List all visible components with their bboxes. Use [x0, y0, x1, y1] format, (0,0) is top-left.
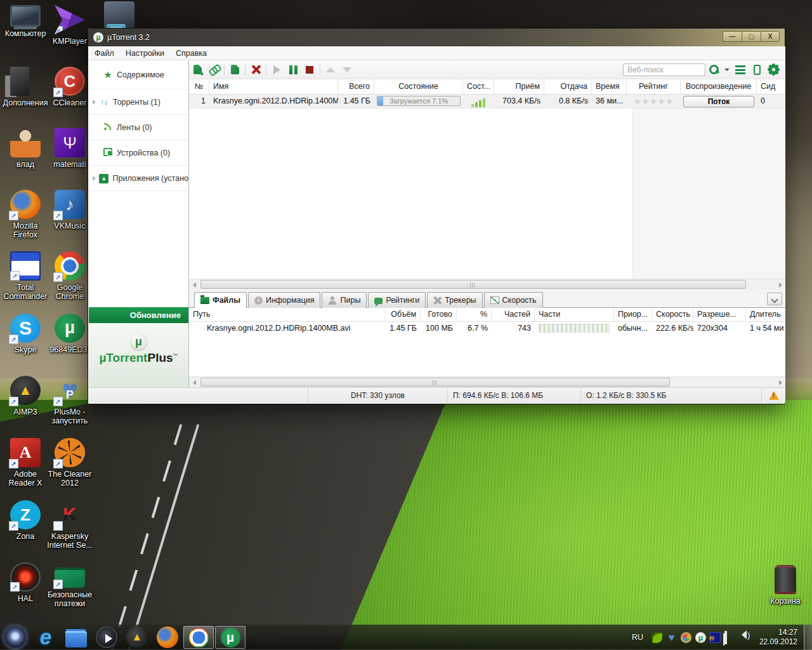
- menu-settings[interactable]: Настройки: [120, 49, 170, 58]
- fcol-size[interactable]: Объём: [386, 308, 421, 321]
- scroll-thumb[interactable]: [200, 280, 746, 289]
- move-up-button[interactable]: [322, 63, 339, 77]
- scroll-right-icon[interactable]: [775, 377, 785, 387]
- palette-tray-icon[interactable]: [681, 632, 691, 643]
- col-status2[interactable]: Сост...: [463, 79, 494, 94]
- move-down-button[interactable]: [339, 63, 355, 77]
- desktop-icon-kaspersky[interactable]: K Kaspersky Internet Se...: [46, 500, 94, 550]
- close-button[interactable]: X: [761, 31, 780, 42]
- desktop-icon-addons[interactable]: Дополнения: [1, 67, 49, 107]
- network-tray-icon[interactable]: [724, 632, 735, 643]
- tab-peers[interactable]: Пиры: [322, 292, 367, 308]
- fcol-pct[interactable]: %: [457, 308, 492, 321]
- desktop-icon-plusmo[interactable]: ♥P PlusMo - запустить: [46, 376, 94, 425]
- scroll-right-icon[interactable]: [775, 279, 785, 289]
- minimize-button[interactable]: —: [723, 31, 742, 42]
- plusmo-tray-icon[interactable]: ♥: [666, 632, 677, 643]
- desktop-icon-computer[interactable]: Компьютер: [1, 5, 49, 38]
- menu-file[interactable]: Файл: [89, 49, 120, 58]
- wireless-tray-icon[interactable]: [710, 632, 721, 643]
- sidebar-item-devices[interactable]: Устройства (0): [89, 140, 188, 166]
- scroll-thumb[interactable]: [200, 378, 670, 387]
- status-warning[interactable]: [762, 388, 785, 403]
- utorrent-plus-banner[interactable]: µ µTorrentPlus™: [89, 323, 188, 387]
- torrent-list-hscrollbar[interactable]: [189, 279, 785, 289]
- tab-ratings[interactable]: Рейтинги: [368, 292, 426, 308]
- col-seeds[interactable]: Сид: [757, 79, 785, 94]
- fcol-done[interactable]: Готово: [421, 308, 457, 321]
- fcol-pieces[interactable]: Части: [535, 308, 614, 321]
- search-dropdown-icon[interactable]: [724, 69, 730, 71]
- view-list-button[interactable]: [732, 63, 749, 77]
- desktop-icon-hal[interactable]: HAL: [1, 562, 49, 603]
- collapse-detail-button[interactable]: [767, 293, 782, 305]
- tab-info[interactable]: iИнформация: [248, 292, 321, 308]
- fcol-duration[interactable]: Длитель: [746, 308, 785, 321]
- fcol-speed[interactable]: Скорость: [652, 308, 693, 321]
- col-playback[interactable]: Воспроизведение: [681, 79, 757, 94]
- taskbar-explorer-icon[interactable]: [65, 631, 87, 647]
- desktop-icon-firefox[interactable]: Mozilla Firefox: [1, 190, 49, 239]
- sidebar-item-apps[interactable]: ▲ Приложения (устано: [89, 166, 188, 191]
- fcol-resolution[interactable]: Разреше...: [693, 308, 746, 321]
- sidebar-item-content[interactable]: ★ Содержимое: [89, 60, 188, 90]
- web-search-input[interactable]: [623, 63, 705, 76]
- settings-gear-button[interactable]: [765, 63, 782, 77]
- taskbar-media-player-icon[interactable]: [96, 627, 117, 648]
- scroll-left-icon[interactable]: [189, 377, 200, 387]
- fcol-pieces-count[interactable]: Частей: [492, 308, 535, 321]
- remove-button[interactable]: [247, 63, 264, 77]
- update-banner[interactable]: Обновление: [89, 307, 188, 323]
- desktop-icon-the-cleaner[interactable]: The Cleaner 2012: [46, 438, 94, 488]
- clock[interactable]: 14:27 22.09.2012: [759, 628, 797, 647]
- stop-button[interactable]: [301, 63, 318, 77]
- fcol-priority[interactable]: Приор...: [614, 308, 652, 321]
- tab-files[interactable]: Файлы: [194, 292, 247, 308]
- pause-button[interactable]: [285, 63, 301, 77]
- expander-icon[interactable]: [93, 100, 96, 105]
- file-row[interactable]: Krasnye.ogni.2012.D.HDRip.1400MB.avi 1.4…: [189, 322, 785, 336]
- search-icon[interactable]: [705, 63, 722, 77]
- tab-speed[interactable]: Скорость: [484, 292, 543, 308]
- nvidia-tray-icon[interactable]: [652, 632, 662, 643]
- desktop-icon-user-vlad[interactable]: влад: [1, 128, 49, 169]
- taskbar-firefox-icon[interactable]: [157, 627, 178, 648]
- desktop-icon-aimp3[interactable]: ▲ AIMP3: [1, 376, 49, 416]
- utorrent-tray-icon[interactable]: µ: [695, 632, 706, 643]
- desktop-icon-safepay[interactable]: Безопасные платежи: [46, 562, 94, 608]
- sidebar-item-torrents[interactable]: ↑↓ Торренты (1): [89, 90, 188, 115]
- taskbar-ie-icon[interactable]: e: [35, 627, 56, 648]
- start-button[interactable]: [268, 63, 285, 77]
- taskbar-aimp-icon[interactable]: ▲: [126, 627, 148, 648]
- desktop-icon-pro-player[interactable]: [95, 1, 143, 30]
- taskbar-chrome-button[interactable]: [183, 626, 214, 649]
- desktop-icon-adobe-reader[interactable]: A Adobe Reader X: [1, 438, 49, 488]
- maximize-button[interactable]: ▢: [742, 31, 761, 42]
- volume-tray-icon[interactable]: [739, 632, 750, 643]
- fcol-path[interactable]: Путь: [189, 308, 386, 321]
- remote-device-button[interactable]: [749, 63, 765, 77]
- taskbar-utorrent-button[interactable]: µ: [215, 626, 246, 649]
- files-hscrollbar[interactable]: [189, 376, 785, 387]
- add-torrent-button[interactable]: [189, 63, 206, 77]
- start-button[interactable]: [3, 625, 27, 649]
- col-down[interactable]: Приём: [494, 79, 544, 94]
- language-indicator[interactable]: RU: [632, 633, 643, 642]
- rating-stars-icon[interactable]: ★★★★★: [634, 96, 674, 106]
- desktop-icon-torrent-file[interactable]: µ 96849ED3-: [46, 314, 94, 354]
- col-status[interactable]: Состояние: [374, 79, 463, 94]
- desktop-icon-skype[interactable]: S Skype: [1, 314, 49, 354]
- col-eta[interactable]: Время: [592, 79, 627, 94]
- add-link-button[interactable]: [206, 63, 222, 77]
- desktop-icon-totalcmd[interactable]: Total Commander: [1, 251, 49, 301]
- scroll-left-icon[interactable]: [189, 279, 200, 289]
- desktop-icon-zona[interactable]: Z Zona: [1, 500, 49, 541]
- col-rating[interactable]: Рейтинг: [627, 79, 681, 94]
- menu-help[interactable]: Справка: [170, 49, 213, 58]
- show-desktop-button[interactable]: [804, 625, 812, 650]
- tab-trackers[interactable]: Трекеры: [427, 292, 482, 308]
- desktop-icon-vkmusic[interactable]: ♪ VKMusic: [46, 190, 94, 230]
- col-num[interactable]: №: [189, 79, 209, 94]
- col-total[interactable]: Всего: [338, 79, 374, 94]
- stream-button[interactable]: Поток: [683, 96, 754, 107]
